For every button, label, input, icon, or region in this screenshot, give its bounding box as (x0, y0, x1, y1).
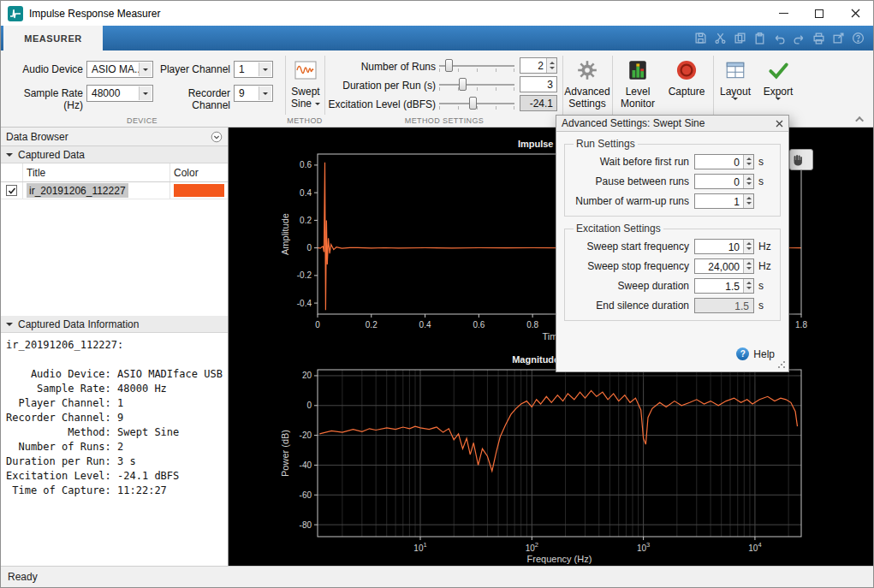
tab-measurer[interactable]: MEASURER (3, 26, 103, 50)
number-of-runs-input[interactable]: 2 (520, 57, 557, 74)
run-settings-label: Run Settings (574, 138, 638, 150)
spinner-buttons[interactable] (743, 175, 753, 188)
recorder-channel-select[interactable]: 9 (234, 85, 273, 102)
audio-device-select[interactable]: ASIO MA... (86, 61, 153, 78)
warm-up-runs-input[interactable]: 1 (694, 193, 754, 209)
svg-text:0.8: 0.8 (526, 320, 538, 330)
recorder-channel-label: Recorder Channel (152, 87, 230, 111)
captured-data-title[interactable]: ir_20191206_112227 (27, 183, 128, 198)
slider-thumb[interactable] (469, 97, 477, 110)
duration-per-run-label: Duration per Run (s) (326, 80, 436, 92)
svg-text:0.6: 0.6 (473, 320, 485, 330)
swept-sine-method-button[interactable]: Swept Sine (287, 56, 324, 124)
svg-text:101: 101 (413, 541, 426, 553)
save-icon[interactable] (694, 32, 707, 45)
sweep-start-frequency-input[interactable]: 10 (694, 239, 754, 254)
status-text: Ready (8, 571, 38, 583)
number-of-runs-slider[interactable] (439, 57, 514, 74)
excitation-level-slider[interactable] (439, 95, 514, 112)
close-icon (776, 120, 783, 128)
pause-between-runs-input[interactable]: 0 (694, 174, 754, 189)
excitation-level-input[interactable]: -24.1 (520, 95, 557, 111)
svg-text:0.2: 0.2 (366, 320, 378, 330)
quick-access-toolbar (694, 26, 865, 50)
spinner-buttons[interactable] (743, 279, 753, 293)
advanced-settings-dialog: Advanced Settings: Swept Sine Run Settin… (556, 115, 789, 372)
tab-strip: MEASURER (1, 26, 873, 50)
chevron-down-icon (733, 98, 738, 100)
excitation-settings-group: Excitation Settings Sweep start frequenc… (564, 223, 781, 321)
sweep-stop-frequency-input[interactable]: 24,000 (694, 258, 754, 274)
spinner-buttons[interactable] (743, 240, 753, 253)
wait-before-first-run-input[interactable]: 0 (694, 154, 754, 169)
end-silence-duration-input: 1.5 (694, 298, 754, 313)
svg-text:-0.4: -0.4 (297, 299, 312, 308)
slider-thumb[interactable] (459, 78, 467, 91)
undo-icon[interactable] (773, 32, 786, 45)
number-of-runs-label: Number of Runs (326, 61, 436, 73)
redo-icon[interactable] (793, 32, 806, 45)
capture-button[interactable]: Capture (663, 56, 710, 124)
export-button[interactable]: Export (759, 56, 797, 124)
excitation-level-label: Excitation Level (dBFS) (326, 98, 436, 110)
magnitude-response-chart: 101102103104-80-60-40-20020Magnitude Res… (229, 348, 874, 567)
captured-data-row[interactable]: ir_20191206_112227 (1, 182, 228, 199)
layout-grid-icon (724, 57, 746, 83)
player-channel-select[interactable]: 1 (234, 61, 273, 78)
swept-sine-icon (294, 57, 317, 83)
color-swatch[interactable] (174, 184, 224, 197)
chevron-up-icon (855, 116, 864, 124)
chevron-down-icon (139, 86, 152, 100)
panel-menu-button[interactable] (211, 131, 223, 143)
dialog-title-bar[interactable]: Advanced Settings: Swept Sine (556, 116, 788, 132)
svg-text:Power (dB): Power (dB) (280, 430, 290, 477)
advanced-settings-button[interactable]: Advanced Settings (564, 56, 610, 124)
help-icon[interactable] (852, 32, 865, 45)
level-monitor-button[interactable]: Level Monitor (614, 56, 662, 124)
svg-text:0.4: 0.4 (419, 320, 431, 330)
captured-data-info-section-header[interactable]: Captured Data Information (1, 316, 228, 333)
help-link[interactable]: ? Help (736, 347, 775, 360)
dialog-resize-grip[interactable] (783, 366, 785, 368)
captured-data-section-header[interactable]: Captured Data (1, 146, 228, 163)
print-icon[interactable] (812, 32, 825, 45)
layout-button[interactable]: Layout (716, 56, 754, 124)
dialog-title: Advanced Settings: Swept Sine (562, 117, 705, 129)
popout-window-icon[interactable] (832, 32, 845, 45)
svg-text:0: 0 (315, 320, 320, 330)
paste-icon[interactable] (753, 32, 766, 45)
svg-text:Frequency (Hz): Frequency (Hz) (527, 554, 592, 564)
spinner-buttons[interactable] (743, 259, 753, 273)
collapse-ribbon-button[interactable] (854, 115, 866, 123)
pan-tool-button[interactable] (789, 149, 813, 170)
close-button[interactable] (837, 1, 873, 26)
spinner-buttons[interactable] (546, 58, 556, 73)
sample-rate-select[interactable]: 48000 (86, 85, 153, 102)
slider-thumb[interactable] (445, 59, 453, 72)
data-browser-panel: Data Browser Captured Data Title Color i… (1, 128, 229, 566)
status-bar: Ready (1, 566, 873, 587)
dialog-close-button[interactable] (776, 120, 783, 128)
duration-per-run-slider[interactable] (439, 76, 514, 93)
svg-text:Amplitude: Amplitude (280, 213, 290, 255)
svg-text:0: 0 (306, 243, 312, 252)
data-browser-header: Data Browser (1, 128, 228, 146)
svg-text:0.4: 0.4 (300, 188, 312, 198)
svg-text:1.8: 1.8 (795, 320, 807, 330)
chevron-down-icon (259, 86, 271, 100)
svg-text:-20: -20 (300, 431, 312, 440)
svg-text:104: 104 (748, 541, 761, 553)
maximize-button[interactable] (801, 1, 837, 26)
svg-text:103: 103 (637, 541, 650, 553)
spinner-buttons[interactable] (743, 155, 753, 169)
cut-icon[interactable] (714, 32, 727, 45)
svg-text:-60: -60 (300, 490, 312, 500)
spinner-buttons[interactable] (743, 194, 753, 208)
copy-icon[interactable] (734, 32, 746, 45)
method-section-label: METHOD (285, 116, 324, 125)
svg-text:0.2: 0.2 (300, 216, 312, 225)
sweep-duration-input[interactable]: 1.5 (694, 278, 754, 294)
duration-per-run-input[interactable]: 3 (520, 76, 557, 92)
row-checkbox[interactable] (6, 185, 17, 196)
minimize-button[interactable] (765, 1, 801, 26)
